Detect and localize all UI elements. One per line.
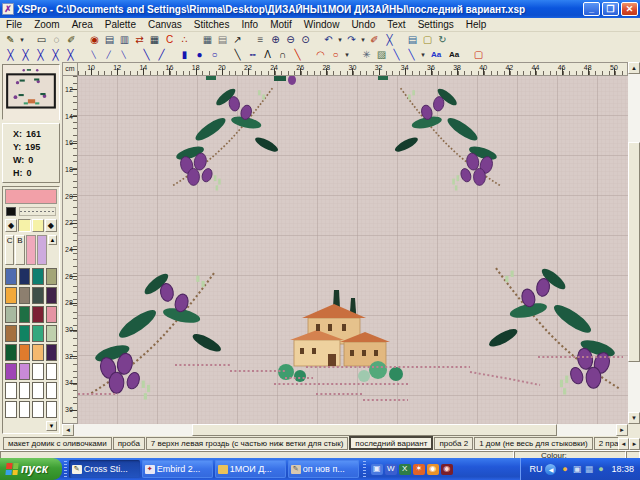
toolbar-button[interactable]: ⊕ xyxy=(268,33,283,46)
tray-icon[interactable]: ▦ xyxy=(583,464,594,475)
toolbar-button[interactable]: ✎ xyxy=(3,33,18,46)
stitch-tool-button[interactable]: ∩ xyxy=(275,48,290,61)
menu-item[interactable]: Canvas xyxy=(142,18,188,31)
palette-swatch[interactable] xyxy=(32,287,44,304)
toolbar-button[interactable]: ▭ xyxy=(34,33,49,46)
design-canvas[interactable] xyxy=(78,76,628,424)
toolbar-button[interactable]: ⊙ xyxy=(298,33,313,46)
scroll-right-button[interactable]: ► xyxy=(616,424,628,436)
stitch-tool-button[interactable]: ▮ xyxy=(177,48,192,61)
black-colour-swatch[interactable] xyxy=(6,207,16,216)
menu-item[interactable]: Area xyxy=(66,18,99,31)
mark-button[interactable]: ◆ xyxy=(45,219,57,232)
palette-swatch[interactable] xyxy=(32,382,44,399)
stitch-tool-button[interactable]: Aa xyxy=(445,48,463,61)
toolbar-button[interactable]: ↻ xyxy=(435,33,450,46)
menu-item[interactable]: Help xyxy=(460,18,493,31)
palette-swatch[interactable] xyxy=(19,306,31,323)
menu-item[interactable]: Settings xyxy=(412,18,460,31)
stitch-tool-button[interactable]: ▢ xyxy=(471,48,486,61)
palette-swatch[interactable] xyxy=(32,268,44,285)
pattern-tab[interactable]: 7 верхн левая гроздь (с частью ниж ветки… xyxy=(146,437,349,450)
stitch-tool-button[interactable]: ╱ xyxy=(154,48,169,61)
menu-item[interactable]: Window xyxy=(298,18,346,31)
stitch-tool-button[interactable]: ╲ xyxy=(389,48,404,61)
taskbar-task-button[interactable]: ✎ Cross Sti... xyxy=(69,460,140,478)
front-thread-strip[interactable] xyxy=(26,235,36,265)
toolbar-button[interactable]: ◉ xyxy=(87,33,102,46)
tray-icon[interactable]: ● xyxy=(559,464,570,475)
stitch-tool-button[interactable]: ✳ xyxy=(359,48,374,61)
tray-icon[interactable]: ● xyxy=(595,464,606,475)
stitch-tool-button[interactable]: ▾ xyxy=(343,48,351,61)
toolbar-button[interactable]: ∴ xyxy=(177,33,192,46)
maximize-button[interactable]: ❐ xyxy=(602,2,619,16)
menu-item[interactable]: Stitches xyxy=(188,18,236,31)
palette-swatch[interactable] xyxy=(19,401,31,418)
mark-button[interactable] xyxy=(32,219,44,232)
stitch-tool-button[interactable]: ╲ xyxy=(230,48,245,61)
palette-swatch[interactable] xyxy=(46,287,58,304)
menu-item[interactable]: Undo xyxy=(345,18,381,31)
hide-icons-chevron[interactable]: ◀ xyxy=(545,464,556,475)
stitch-tool-button[interactable]: ╍ xyxy=(245,48,260,61)
stitch-tool-button[interactable]: ╲ xyxy=(86,48,101,61)
palette-swatch[interactable] xyxy=(19,287,31,304)
toolbar-button[interactable]: ▤ xyxy=(102,33,117,46)
pattern-tab[interactable]: 2 правая ниж гр xyxy=(594,437,618,450)
toolbar-button[interactable]: ⊖ xyxy=(283,33,298,46)
toolbar-button[interactable]: ╳ xyxy=(382,33,397,46)
palette-scroll-up[interactable]: ▲ xyxy=(48,235,57,245)
minimize-button[interactable]: _ xyxy=(583,2,600,16)
palette-swatch[interactable] xyxy=(19,344,31,361)
tab-scroll-right-button[interactable]: ► xyxy=(629,438,640,450)
vertical-scroll-thumb[interactable] xyxy=(628,142,640,362)
toolbar-button[interactable]: ↷ xyxy=(344,33,359,46)
palette-swatch[interactable] xyxy=(5,363,17,380)
quick-launch-icon[interactable]: ▣ xyxy=(371,464,383,475)
palette-swatch[interactable] xyxy=(32,325,44,342)
stitch-tool-button[interactable]: ╳ xyxy=(3,48,18,61)
palette-swatch[interactable] xyxy=(19,363,31,380)
horizontal-scrollbar[interactable]: ◄ ► xyxy=(62,424,628,436)
palette-swatch[interactable] xyxy=(46,268,58,285)
scroll-down-button[interactable]: ▼ xyxy=(628,412,640,424)
quick-launch-icon[interactable]: ◉ xyxy=(427,464,439,475)
menu-item[interactable]: Palette xyxy=(99,18,142,31)
palette-swatch[interactable] xyxy=(5,344,17,361)
toolbar-button[interactable]: ✐ xyxy=(367,33,382,46)
palette-swatch[interactable] xyxy=(5,382,17,399)
toolbar-button[interactable]: ▦ xyxy=(200,33,215,46)
no-colour-swatch[interactable] xyxy=(19,207,56,216)
stitch-tool-button[interactable]: ╲ xyxy=(139,48,154,61)
language-indicator[interactable]: RU xyxy=(529,464,542,474)
pattern-tab[interactable]: проба xyxy=(113,437,145,450)
current-colour-swatch[interactable] xyxy=(5,189,57,204)
pattern-tab[interactable]: проба 2 xyxy=(434,437,473,450)
taskbar-task-button[interactable]: ✦ Embird 2... xyxy=(142,460,213,478)
close-button[interactable]: ✕ xyxy=(621,2,638,16)
stitch-tool-button[interactable]: Λ xyxy=(260,48,275,61)
palette-swatch[interactable] xyxy=(19,382,31,399)
colour-b-button[interactable]: B xyxy=(15,235,24,265)
quick-launch-icon[interactable]: X xyxy=(399,464,411,475)
stitch-tool-button[interactable]: ╲ xyxy=(116,48,131,61)
scroll-up-button[interactable]: ▲ xyxy=(628,62,640,74)
stitch-tool-button[interactable]: Aa xyxy=(427,48,445,61)
menu-item[interactable]: Motif xyxy=(264,18,298,31)
stitch-tool-button[interactable]: ○ xyxy=(328,48,343,61)
palette-swatch[interactable] xyxy=(5,325,17,342)
toolbar-button[interactable]: ↶ xyxy=(321,33,336,46)
start-button[interactable]: пуск xyxy=(0,458,62,480)
palette-swatch[interactable] xyxy=(32,344,44,361)
colour-c-button[interactable]: C xyxy=(5,235,14,265)
palette-swatch[interactable] xyxy=(5,401,17,418)
palette-swatch[interactable] xyxy=(5,287,17,304)
title-bar[interactable]: ✗ XSPro - C:\Documents and Settings\Rimm… xyxy=(0,0,640,18)
palette-swatch[interactable] xyxy=(5,268,17,285)
palette-swatch[interactable] xyxy=(5,306,17,323)
stitch-tool-button[interactable]: ╱ xyxy=(101,48,116,61)
toolbar-button[interactable]: ▾ xyxy=(359,33,367,46)
palette-swatch[interactable] xyxy=(46,382,58,399)
stitch-tool-button[interactable]: ╳ xyxy=(48,48,63,61)
